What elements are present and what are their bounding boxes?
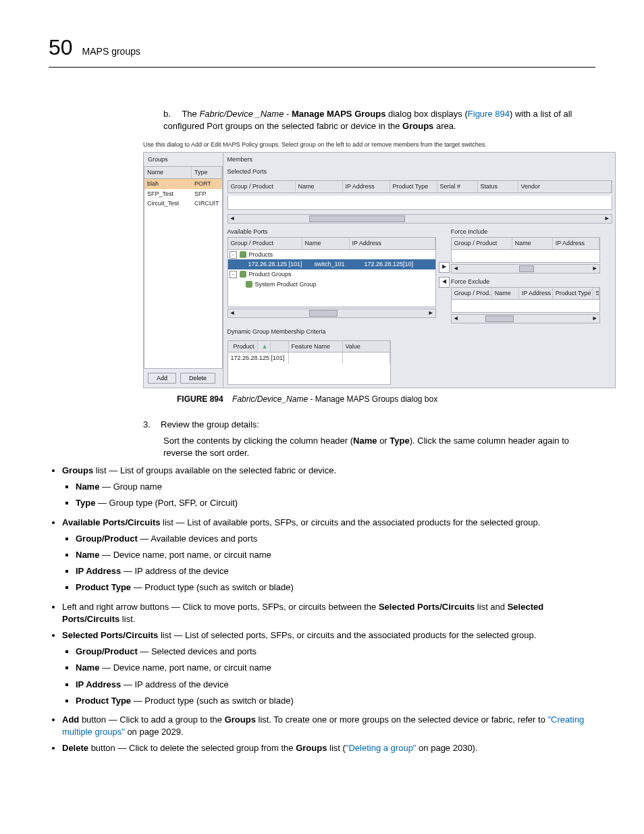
force-include-header[interactable]: Group / Product Name IP Address	[451, 237, 600, 250]
group-row: blahPORT	[144, 179, 222, 189]
folder-icon	[240, 271, 246, 278]
step-3: 3.Review the group details:	[143, 419, 595, 431]
dynamic-table[interactable]: Product▲ Feature Name Value 172.26.28.12…	[227, 340, 391, 385]
page-header: 50 MAPS groups	[49, 32, 595, 63]
members-title: Members	[227, 155, 612, 164]
groups-list[interactable]: blahPORT SFP_TestSFP Circuit_TestCIRCUIT	[144, 179, 223, 369]
sort-asc-icon: ▲	[259, 342, 271, 351]
force-exclude-title: Force Exclude	[451, 278, 600, 286]
device-icon	[239, 261, 246, 268]
groups-header[interactable]: Name Type	[144, 166, 223, 179]
deleting-group-link[interactable]: "Deleting a group"	[346, 743, 417, 753]
expand-icon[interactable]: -	[230, 271, 237, 278]
add-button[interactable]: Add	[148, 373, 176, 384]
dialog-instruction: Use this dialog to Add or Edit MAPS Poli…	[143, 140, 616, 149]
force-include-list[interactable]	[451, 250, 600, 263]
selected-ports-title: Selected Ports	[227, 167, 612, 176]
selected-ports-list[interactable]	[227, 196, 612, 210]
dialog-screenshot: Use this dialog to Add or Edit MAPS Poli…	[143, 140, 616, 388]
groups-title: Groups	[144, 153, 223, 167]
step-b-marker: b.	[163, 108, 180, 120]
selected-ports-header[interactable]: Group / Product Name IP Address Product …	[227, 180, 612, 193]
folder-icon	[246, 281, 252, 288]
group-row: SFP_TestSFP	[144, 189, 222, 199]
available-tree[interactable]: -Products 172.26.28.125 [101] switch_101…	[227, 250, 436, 307]
move-right-button[interactable]: ▶	[439, 262, 450, 273]
group-row: Circuit_TestCIRCUIT	[144, 199, 222, 209]
force-include-title: Force Include	[451, 228, 600, 236]
folder-icon	[240, 251, 246, 258]
detail-list: Groups list — List of groups available o…	[49, 465, 595, 754]
delete-button[interactable]: Delete	[180, 373, 215, 384]
scrollbar[interactable]	[227, 214, 612, 224]
expand-icon[interactable]: -	[230, 251, 237, 259]
scrollbar[interactable]	[227, 309, 436, 318]
scrollbar[interactable]	[451, 264, 600, 273]
step-b: b. The Fabric/Device _Name - Manage MAPS…	[163, 108, 595, 132]
dynamic-title: Dynamic Group Membership Criteria	[227, 328, 612, 336]
move-left-button[interactable]: ◀	[439, 277, 450, 288]
scrollbar[interactable]	[451, 314, 600, 323]
chapter-number: 50	[49, 32, 73, 63]
force-exclude-header[interactable]: Group / Prod... Name IP Address Product …	[451, 287, 600, 300]
chapter-title: MAPS groups	[82, 45, 140, 59]
figure-caption: FIGURE 894 Fabric/Device_Name - Manage M…	[177, 394, 595, 405]
available-header[interactable]: Group / Product Name IP Address	[227, 237, 436, 250]
header-rule	[49, 67, 595, 68]
tree-item-selected: 172.26.28.125 [101] switch_101 172.26.28…	[228, 259, 435, 269]
figure-link[interactable]: Figure 894	[468, 109, 510, 119]
force-exclude-list[interactable]	[451, 300, 600, 313]
sort-note: Sort the contents by clicking the column…	[163, 435, 595, 459]
available-ports-title: Available Ports	[227, 228, 436, 236]
